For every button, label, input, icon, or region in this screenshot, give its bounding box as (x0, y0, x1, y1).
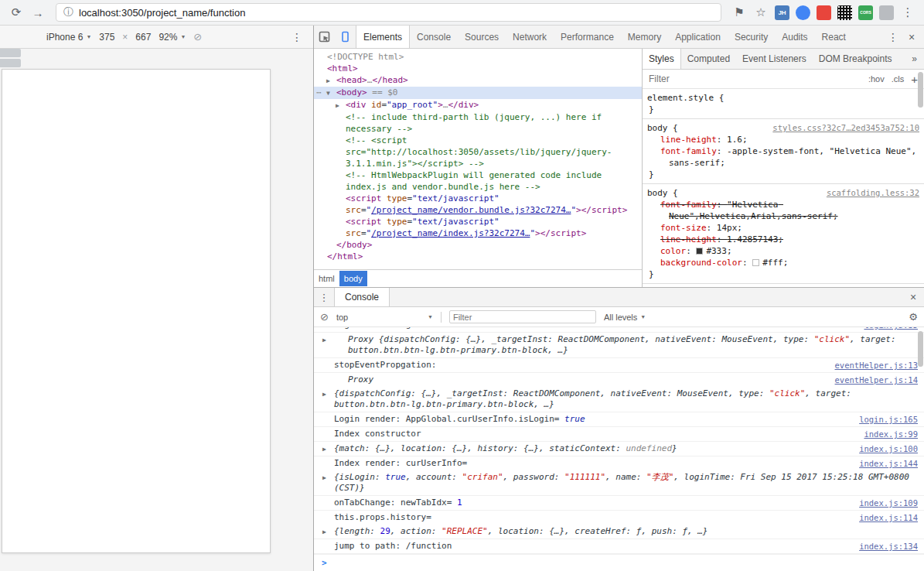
css-property[interactable]: font-family: "Helvetica Neue",Helvetica,… (647, 199, 919, 222)
reload-icon[interactable]: ⟳ (6, 5, 26, 19)
dom-tree-node[interactable]: <!-- HtmlWebpackPlugin will generated co… (314, 169, 642, 193)
dom-tree-node[interactable]: <script type="text/javascript" src="/pro… (314, 216, 642, 239)
execution-context-select[interactable]: top ▼ (336, 313, 433, 322)
inspect-element-icon[interactable] (314, 26, 335, 48)
rule-selector[interactable]: element.style (647, 93, 714, 103)
dom-tree-node[interactable]: </html> (314, 251, 642, 262)
console-source-link[interactable]: login.js:165 (859, 414, 918, 425)
expand-caret-icon[interactable]: ▶ (322, 527, 326, 538)
console-source-link[interactable]: eventHelper.js:14 (835, 374, 918, 385)
browser-menu-icon[interactable]: ⋮ (898, 5, 918, 19)
console-source-link[interactable]: index.js:134 (859, 541, 918, 552)
console-message-row[interactable]: ▶Proxy {dispatchConfig: {…}, _targetInst… (314, 333, 924, 357)
css-property[interactable]: font-size: 14px; (647, 222, 919, 234)
drawer-menu-icon[interactable]: ⋮ (314, 288, 334, 306)
dom-tree-node[interactable]: </body> (314, 239, 642, 251)
devtools-tab-application[interactable]: Application (668, 26, 728, 48)
stylesheet-link[interactable]: scaffolding.less:32 (827, 187, 919, 199)
log-levels-select[interactable]: All levels ▼ (604, 313, 646, 322)
console-message-row[interactable]: ▶{length: 29, action: "REPLACE", locatio… (314, 525, 924, 539)
node-options-icon[interactable]: ⋯ (316, 87, 322, 98)
css-property[interactable]: background-color: #fff; (647, 257, 919, 268)
rule-selector[interactable]: body (647, 188, 668, 198)
console-message-row[interactable]: ▶{dispatchConfig: {…}, _targetInst: Reac… (314, 387, 924, 412)
devtools-tab-performance[interactable]: Performance (554, 26, 621, 48)
toggle-element-state-button[interactable]: :hov (868, 74, 885, 84)
expand-caret-icon[interactable]: ▶ (326, 75, 336, 87)
extension-red-icon[interactable] (817, 5, 831, 20)
dom-tree-node[interactable]: <html> (314, 63, 642, 74)
element-classes-button[interactable]: .cls (892, 74, 905, 84)
console-settings-icon[interactable]: ⚙ (909, 311, 918, 323)
console-source-link[interactable]: index.js:99 (864, 429, 918, 439)
devtools-tab-elements[interactable]: Elements (356, 26, 410, 48)
console-source-link[interactable]: index.js:114 (859, 512, 918, 523)
expand-caret-icon[interactable]: ▼ (326, 87, 336, 99)
device-toolbar-toggle-icon[interactable] (335, 26, 356, 48)
devtools-tab-memory[interactable]: Memory (621, 26, 668, 48)
console-message-row[interactable]: eventHelper.js:14Proxy (314, 373, 924, 387)
page-info-icon[interactable]: ⓘ (63, 5, 73, 19)
console-source-link[interactable]: index.js:109 (859, 497, 918, 508)
viewport-height-field[interactable]: 667 (135, 32, 151, 43)
devtools-tab-audits[interactable]: Audits (775, 26, 814, 48)
dom-tree-node[interactable]: <!-- include third-parth lib (jquery, ..… (314, 111, 642, 135)
css-property[interactable]: line-height: 1.42857143; (647, 234, 919, 245)
console-message-row[interactable]: index.js:109onTabChange: newTabIdx= 1 (314, 496, 924, 510)
sidebar-tab-computed[interactable]: Computed (681, 49, 736, 69)
extension-blue-circle-icon[interactable] (796, 5, 810, 20)
console-tab[interactable]: Console (334, 288, 390, 306)
expand-caret-icon[interactable]: ▶ (322, 444, 326, 455)
devtools-tab-security[interactable]: Security (728, 26, 775, 48)
tab-overflow-icon[interactable]: » (905, 49, 924, 69)
css-property[interactable]: line-height: 1.6; (647, 134, 919, 145)
scrollbar-thumb[interactable] (918, 331, 923, 367)
dom-tree-node[interactable]: ⋯▼<body> == $0 (314, 87, 642, 99)
console-source-link[interactable]: eventHelper.js:13 (835, 360, 918, 371)
sidebar-tab-event-listeners[interactable]: Event Listeners (736, 49, 813, 69)
sidebar-tab-styles[interactable]: Styles (643, 49, 681, 69)
dom-tree-node[interactable]: <!DOCTYPE html> (314, 51, 642, 63)
expand-caret-icon[interactable]: ▶ (322, 335, 326, 346)
forward-icon[interactable]: → (28, 6, 48, 19)
breadcrumb-html[interactable]: html (314, 271, 339, 286)
console-prompt[interactable]: > (314, 554, 924, 571)
color-swatch[interactable] (696, 248, 703, 255)
clear-console-icon[interactable]: ⊘ (320, 311, 329, 323)
breadcrumb-body[interactable]: body (339, 271, 367, 286)
media-query-bar[interactable] (0, 49, 21, 57)
zoom-select[interactable]: 92% ▼ (159, 32, 186, 43)
flag-icon[interactable]: ⚑ (729, 5, 749, 19)
sidebar-tab-dom-breakpoints[interactable]: DOM Breakpoints (813, 49, 898, 69)
console-message-row[interactable]: index.js:100▶{match: {…}, location: {…},… (314, 442, 924, 456)
extension-qr-code-icon[interactable] (837, 5, 852, 20)
css-property[interactable]: color: #333; (647, 245, 919, 257)
console-message-row[interactable]: login.js:85Login submitLogin: e= (314, 327, 924, 332)
css-property[interactable]: font-family: -apple-system-font, "Helvet… (647, 145, 919, 169)
devtools-tab-network[interactable]: Network (506, 26, 554, 48)
stylesheet-link[interactable]: styles.css?32c7…2ed3453a752:10 (772, 122, 919, 134)
device-select[interactable]: iPhone 6 ▼ (46, 32, 91, 43)
rule-selector[interactable]: body (647, 123, 668, 133)
devtools-tab-react[interactable]: React (815, 26, 853, 48)
extension-gray-icon[interactable] (879, 5, 894, 20)
console-message-row[interactable]: index.js:144Index render: curUserInfo= (314, 456, 924, 470)
devtools-menu-icon[interactable]: ⋮ (884, 31, 902, 43)
console-filter-input[interactable] (449, 310, 596, 323)
dom-tree-node[interactable]: <!-- <script src="http://localhost:3050/… (314, 135, 642, 169)
dom-tree-node[interactable]: ▶<head>…</head> (314, 74, 642, 87)
styles-filter-input[interactable] (649, 74, 861, 84)
scrollbar-thumb[interactable] (918, 72, 923, 108)
drawer-close-icon[interactable]: × (902, 288, 924, 306)
console-source-link[interactable]: index.js:100 (859, 443, 918, 454)
dom-tree-node[interactable]: ▶<div id="app_root">…</div> (314, 99, 642, 111)
console-source-link[interactable]: index.js:144 (859, 458, 918, 469)
console-message-row[interactable]: index.js:134jump to path: /function (314, 539, 924, 553)
bookmark-star-icon[interactable]: ☆ (751, 5, 771, 19)
media-query-bar[interactable] (0, 59, 21, 67)
new-style-rule-button[interactable]: + (911, 73, 918, 86)
throttling-icon[interactable]: ⊘ (193, 31, 202, 43)
console-message-row[interactable]: login.js:165Login render: AppGlobal.curU… (314, 412, 924, 426)
extension-jh-icon[interactable]: JH (775, 5, 789, 20)
dom-tree-node[interactable]: <script type="text/javascript" src="/pro… (314, 193, 642, 216)
